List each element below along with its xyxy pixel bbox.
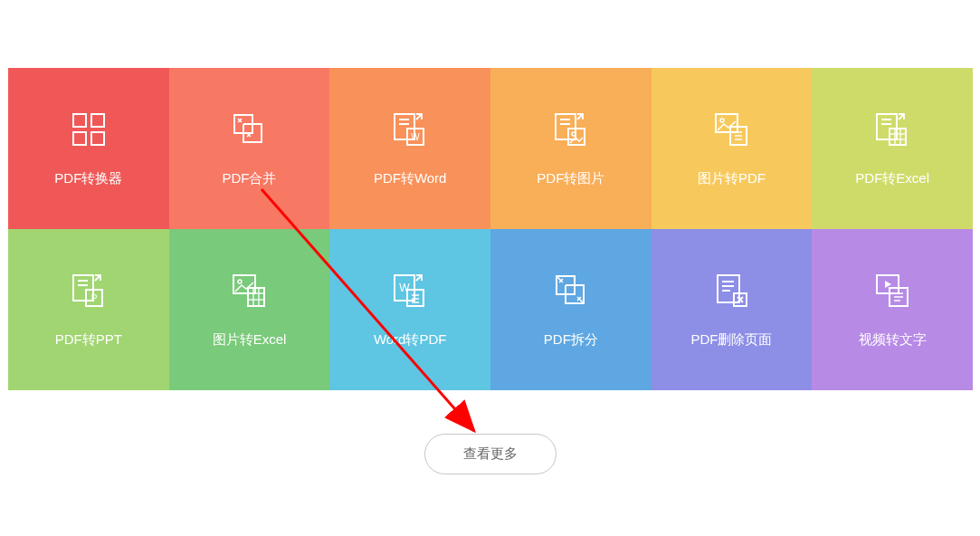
svg-rect-0	[73, 114, 86, 127]
tile-label: 视频转文字	[859, 331, 927, 349]
split-icon	[552, 272, 590, 310]
word-to-pdf-icon: W	[391, 272, 429, 310]
tile-pdf-split[interactable]: PDF拆分	[490, 229, 652, 390]
tile-label: PDF拆分	[544, 331, 598, 349]
tile-label: PDF转Excel	[855, 170, 929, 187]
image-to-pdf-icon	[712, 110, 750, 148]
tile-label: PDF合并	[222, 170, 276, 187]
svg-rect-48	[718, 275, 739, 302]
tile-pdf-converter[interactable]: PDF转换器	[8, 68, 169, 229]
svg-text:W: W	[399, 282, 410, 294]
tile-label: Word转PDF	[374, 331, 447, 349]
svg-text:P: P	[90, 293, 97, 303]
tile-pdf-delete-page[interactable]: PDF删除页面	[652, 229, 813, 390]
svg-rect-21	[877, 114, 897, 139]
pdf-to-ppt-icon: P	[70, 272, 108, 310]
view-more-button[interactable]: 查看更多	[424, 434, 557, 474]
tile-pdf-merge[interactable]: PDF合并	[169, 68, 330, 229]
tile-label: PDF删除页面	[690, 331, 772, 349]
svg-rect-2	[73, 132, 86, 145]
tool-grid: PDF转换器 PDF合并 W	[8, 68, 973, 390]
svg-point-35	[238, 280, 242, 283]
svg-point-14	[572, 132, 576, 136]
tile-label: PDF转PPT	[55, 331, 122, 349]
tile-image-to-pdf[interactable]: 图片转PDF	[652, 68, 813, 229]
svg-text:W: W	[411, 132, 420, 142]
tile-label: PDF转换器	[54, 170, 122, 187]
delete-page-icon	[712, 272, 750, 310]
image-to-excel-icon	[230, 272, 268, 310]
pdf-to-excel-icon	[873, 110, 911, 148]
merge-icon	[230, 110, 268, 148]
tile-pdf-to-ppt[interactable]: P PDF转PPT	[8, 229, 169, 390]
tile-pdf-to-image[interactable]: PDF转图片	[490, 68, 652, 229]
svg-point-16	[720, 119, 724, 122]
tile-image-to-excel[interactable]: 图片转Excel	[169, 229, 330, 390]
svg-rect-1	[91, 114, 104, 127]
tile-word-to-pdf[interactable]: W Word转PDF	[329, 229, 490, 390]
tile-label: 图片转PDF	[698, 170, 766, 187]
svg-marker-54	[885, 281, 891, 288]
tile-video-to-text[interactable]: 视频转文字	[812, 229, 973, 390]
tile-pdf-to-word[interactable]: W PDF转Word	[329, 68, 490, 229]
grid-icon	[70, 110, 108, 148]
pdf-to-image-icon	[552, 110, 590, 148]
svg-rect-3	[91, 132, 104, 145]
tile-label: PDF转图片	[537, 170, 604, 187]
pdf-to-word-icon: W	[391, 110, 429, 148]
tile-label: 图片转Excel	[213, 331, 287, 349]
video-to-text-icon	[873, 272, 911, 310]
tile-pdf-to-excel[interactable]: PDF转Excel	[812, 68, 973, 229]
tile-label: PDF转Word	[374, 170, 447, 187]
